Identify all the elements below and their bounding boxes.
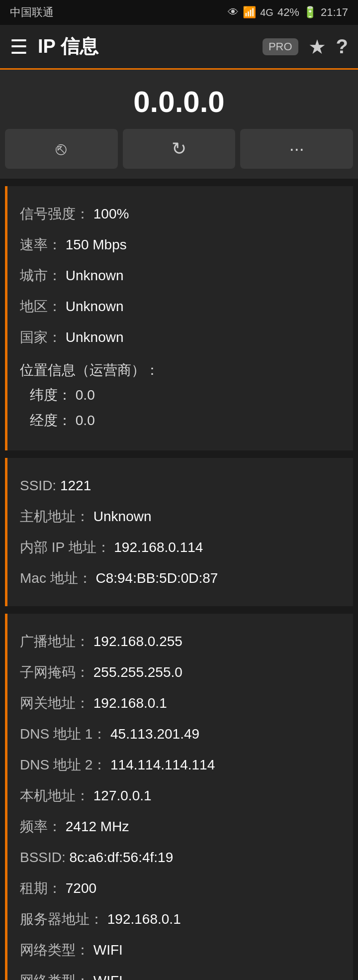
lease-row: 租期： 7200	[20, 873, 341, 904]
star-icon[interactable]: ★	[308, 35, 326, 58]
dns1-row: DNS 地址 1： 45.113.201.49	[20, 719, 341, 750]
city-label: 城市：	[20, 268, 62, 283]
network-detail-section: 广播地址： 192.168.0.255 子网掩码： 255.255.255.0 …	[5, 614, 353, 980]
lon-label: 经度：	[30, 413, 72, 428]
country-label: 国家：	[20, 329, 62, 345]
subnet-label: 子网掩码：	[20, 664, 90, 680]
host-row: 主机地址： Unknown	[20, 501, 341, 532]
localhost-row: 本机地址： 127.0.0.1	[20, 780, 341, 811]
subnet-value: 255.255.255.0	[93, 664, 182, 680]
status-bar: 中国联通 👁 📶 4G 42% 🔋 21:17	[0, 0, 358, 25]
localhost-value: 127.0.0.1	[93, 788, 152, 803]
host-value: Unknown	[93, 509, 152, 524]
freq-value: 2412 MHz	[66, 819, 129, 834]
share-button[interactable]: ⎋	[5, 129, 118, 169]
signal-icon: 4G	[260, 7, 273, 18]
dns2-value: 114.114.114.114	[110, 757, 215, 772]
broadcast-label: 广播地址：	[20, 634, 90, 649]
signal-strength-row: 信号强度： 100%	[20, 199, 341, 229]
lat-label: 纬度：	[30, 387, 72, 403]
mac-label: Mac 地址：	[20, 570, 92, 586]
lease-label: 租期：	[20, 880, 62, 896]
top-nav: ☰ IP 信息 PRO ★ ?	[0, 25, 358, 70]
ip-display-section: 0.0.0.0	[0, 70, 358, 129]
bssid-row: BSSID: 8c:a6:df:56:4f:19	[20, 842, 341, 873]
gateway-label: 网关地址：	[20, 695, 90, 711]
dns2-row: DNS 地址 2： 114.114.114.114	[20, 750, 341, 780]
ip-address: 0.0.0.0	[0, 85, 358, 119]
net-type2-value: WIFI	[93, 973, 123, 980]
location-header-label: 位置信息（运营商）：	[20, 358, 341, 383]
ssid-row: SSID: 1221	[20, 470, 341, 501]
localhost-label: 本机地址：	[20, 788, 90, 803]
internal-ip-value: 192.168.0.114	[114, 540, 203, 555]
eye-icon: 👁	[228, 6, 239, 19]
lon-row: 经度： 0.0	[20, 408, 341, 433]
lease-value: 7200	[66, 880, 96, 896]
host-label: 主机地址：	[20, 509, 90, 524]
speed-value: 150 Mbps	[66, 237, 127, 252]
net-type2-label: 网络类型：	[20, 973, 90, 980]
country-value: Unknown	[66, 329, 124, 345]
country-row: 国家： Unknown	[20, 322, 341, 353]
menu-icon[interactable]: ☰	[10, 35, 28, 58]
freq-row: 频率： 2412 MHz	[20, 811, 341, 842]
broadcast-value: 192.168.0.255	[93, 634, 182, 649]
bssid-value: 8c:a6:df:56:4f:19	[70, 850, 174, 865]
wifi-icon: 📶	[243, 6, 256, 19]
gateway-row: 网关地址： 192.168.0.1	[20, 688, 341, 719]
subnet-row: 子网掩码： 255.255.255.0	[20, 657, 341, 688]
broadcast-row: 广播地址： 192.168.0.255	[20, 626, 341, 657]
more-button[interactable]: ···	[240, 129, 353, 169]
internal-ip-row: 内部 IP 地址： 192.168.0.114	[20, 532, 341, 563]
speed-row: 速率： 150 Mbps	[20, 229, 341, 260]
net-type1-row: 网络类型： WIFI	[20, 935, 341, 966]
server-row: 服务器地址： 192.168.0.1	[20, 904, 341, 935]
pro-badge[interactable]: PRO	[263, 38, 298, 55]
signal-strength-label: 信号强度：	[20, 206, 90, 221]
share-icon: ⎋	[56, 138, 67, 159]
help-icon[interactable]: ?	[336, 35, 348, 58]
region-value: Unknown	[66, 299, 124, 314]
city-row: 城市： Unknown	[20, 260, 341, 291]
lon-value: 0.0	[76, 413, 95, 428]
mac-value: C8:94:BB:5D:0D:87	[95, 570, 218, 586]
server-value: 192.168.0.1	[107, 911, 181, 927]
dns1-label: DNS 地址 1：	[20, 726, 106, 742]
more-icon: ···	[289, 138, 304, 159]
net-type2-row: 网络类型： WIFI	[20, 966, 341, 980]
net-type1-label: 网络类型：	[20, 942, 90, 958]
dns2-label: DNS 地址 2：	[20, 757, 106, 772]
ssid-value: 1221	[60, 478, 91, 493]
signal-strength-value: 100%	[93, 206, 129, 221]
refresh-icon: ↻	[172, 138, 186, 159]
battery-icon: 🔋	[303, 6, 317, 19]
lat-value: 0.0	[76, 387, 95, 403]
bssid-label: BSSID:	[20, 850, 66, 865]
mac-row: Mac 地址： C8:94:BB:5D:0D:87	[20, 563, 341, 594]
freq-label: 频率：	[20, 819, 62, 834]
internal-ip-label: 内部 IP 地址：	[20, 540, 110, 555]
time-label: 21:17	[321, 6, 348, 19]
city-value: Unknown	[66, 268, 124, 283]
net-type1-value: WIFI	[93, 942, 123, 958]
status-right: 👁 📶 4G 42% 🔋 21:17	[228, 6, 348, 19]
page-title: IP 信息	[38, 34, 263, 59]
ssid-label: SSID:	[20, 478, 56, 493]
lat-row: 纬度： 0.0	[20, 383, 341, 408]
speed-label: 速率：	[20, 237, 62, 252]
region-row: 地区： Unknown	[20, 291, 341, 322]
wifi-info-section: SSID: 1221 主机地址： Unknown 内部 IP 地址： 192.1…	[5, 458, 353, 606]
battery-label: 42%	[277, 6, 299, 19]
region-label: 地区：	[20, 299, 62, 314]
carrier-label: 中国联通	[10, 5, 54, 20]
gateway-value: 192.168.0.1	[93, 695, 167, 711]
action-buttons-row: ⎋ ↻ ···	[0, 129, 358, 179]
location-block: 位置信息（运营商）： 纬度： 0.0 经度： 0.0	[20, 353, 341, 438]
signal-info-section: 信号强度： 100% 速率： 150 Mbps 城市： Unknown 地区： …	[5, 186, 353, 450]
server-label: 服务器地址：	[20, 911, 103, 927]
refresh-button[interactable]: ↻	[123, 129, 236, 169]
dns1-value: 45.113.201.49	[110, 726, 199, 742]
